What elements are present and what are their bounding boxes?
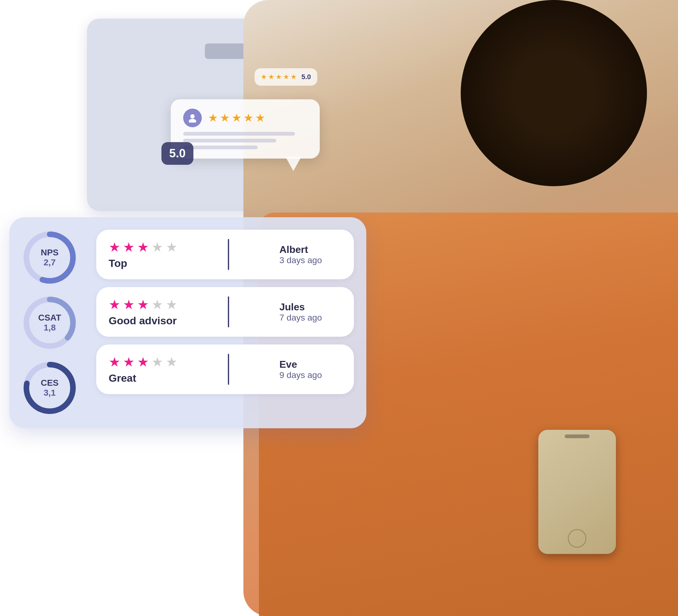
star-empty-1-0: ★ bbox=[151, 297, 163, 312]
review-author-info-review-eve: Eve 9 days ago bbox=[279, 359, 341, 380]
star-filled-2-0: ★ bbox=[109, 354, 120, 370]
review-text-review-jules: Good advisor bbox=[109, 315, 178, 327]
metric-label-nps: NPS 2,7 bbox=[41, 247, 59, 268]
star-empty-2-0: ★ bbox=[151, 354, 163, 370]
review-text-review-albert: Top bbox=[109, 257, 178, 269]
bubble-line-2 bbox=[183, 139, 276, 143]
review-time-review-jules: 7 days ago bbox=[279, 313, 341, 323]
review-time-review-eve: 9 days ago bbox=[279, 370, 341, 380]
bubble-avatar bbox=[183, 109, 202, 127]
review-stars-review-eve: ★★★★★ bbox=[109, 354, 178, 370]
review-author-review-jules: Jules bbox=[279, 301, 341, 313]
review-author-info-review-jules: Jules 7 days ago bbox=[279, 301, 341, 323]
metrics-column: NPS 2,7 CSAT 1,8 CES 3,1 bbox=[22, 230, 84, 416]
bubble-line-1 bbox=[183, 132, 295, 136]
dashboard-card: NPS 2,7 CSAT 1,8 CES 3,1 ★★★★★ Top Alber… bbox=[9, 217, 366, 428]
review-card-review-jules: ★★★★★ Good advisor Jules 7 days ago bbox=[96, 287, 354, 337]
review-divider-review-eve bbox=[228, 354, 229, 385]
small-star-3: ★ bbox=[276, 73, 282, 81]
bubble-star-3: ★ bbox=[232, 111, 241, 124]
small-bubble-stars: ★ ★ ★ ★ ★ bbox=[261, 73, 297, 81]
svg-point-1 bbox=[189, 119, 196, 123]
star-filled-0-2: ★ bbox=[137, 239, 149, 255]
review-time-review-albert: 3 days ago bbox=[279, 256, 341, 265]
metric-name-ces: CES bbox=[41, 378, 59, 388]
star-filled-2-2: ★ bbox=[137, 354, 149, 370]
review-divider-review-jules bbox=[228, 296, 229, 328]
small-star-2: ★ bbox=[268, 73, 274, 81]
review-card-review-eve: ★★★★★ Great Eve 9 days ago bbox=[96, 344, 354, 394]
metric-label-ces: CES 3,1 bbox=[41, 378, 59, 398]
star-filled-2-1: ★ bbox=[123, 354, 135, 370]
review-left-review-jules: ★★★★★ Good advisor bbox=[109, 297, 178, 327]
review-divider-review-albert bbox=[228, 239, 229, 270]
metric-circle-nps: NPS 2,7 bbox=[22, 230, 78, 285]
metric-circle-ces: CES 3,1 bbox=[22, 360, 78, 416]
metric-label-csat: CSAT 1,8 bbox=[38, 313, 61, 333]
bubble-top: ★ ★ ★ ★ ★ bbox=[183, 109, 307, 127]
bubble-star-1: ★ bbox=[208, 111, 218, 124]
bubble-star-5: ★ bbox=[255, 111, 265, 124]
star-empty-1-1: ★ bbox=[166, 297, 178, 312]
review-left-review-albert: ★★★★★ Top bbox=[109, 239, 178, 269]
floating-review-bubble: ★ ★ ★ ★ ★ 5.0 bbox=[171, 99, 320, 159]
phone-shape bbox=[538, 430, 616, 554]
bubble-star-4: ★ bbox=[243, 111, 253, 124]
review-text-review-eve: Great bbox=[109, 372, 178, 384]
metric-value-csat: 1,8 bbox=[38, 323, 61, 333]
review-author-review-albert: Albert bbox=[279, 244, 341, 256]
metric-name-nps: NPS bbox=[41, 247, 59, 258]
reviews-column: ★★★★★ Top Albert 3 days ago ★★★★★ Good a… bbox=[96, 230, 354, 416]
star-empty-0-1: ★ bbox=[166, 239, 178, 255]
bubble-star-2: ★ bbox=[220, 111, 230, 124]
svg-point-0 bbox=[190, 114, 195, 119]
small-star-4: ★ bbox=[283, 73, 289, 81]
small-star-5: ★ bbox=[291, 73, 297, 81]
review-author-review-eve: Eve bbox=[279, 359, 341, 370]
bubble-stars: ★ ★ ★ ★ ★ bbox=[208, 111, 265, 124]
bubble-line-3 bbox=[183, 146, 258, 149]
review-left-review-eve: ★★★★★ Great bbox=[109, 354, 178, 384]
star-empty-2-1: ★ bbox=[166, 354, 178, 370]
star-empty-0-0: ★ bbox=[151, 239, 163, 255]
review-stars-review-jules: ★★★★★ bbox=[109, 297, 178, 312]
bubble-lines bbox=[183, 132, 307, 149]
small-review-bubble: ★ ★ ★ ★ ★ 5.0 bbox=[255, 68, 317, 86]
review-stars-review-albert: ★★★★★ bbox=[109, 239, 178, 255]
hair-shape bbox=[461, 0, 647, 186]
metric-circle-csat: CSAT 1,8 bbox=[22, 295, 78, 351]
star-filled-1-0: ★ bbox=[109, 297, 120, 312]
metric-value-ces: 3,1 bbox=[41, 388, 59, 398]
star-filled-1-1: ★ bbox=[123, 297, 135, 312]
small-bubble-score: 5.0 bbox=[301, 73, 311, 81]
small-star-1: ★ bbox=[261, 73, 267, 81]
metric-value-nps: 2,7 bbox=[41, 258, 59, 268]
bubble-score: 5.0 bbox=[161, 142, 193, 165]
review-card-review-albert: ★★★★★ Top Albert 3 days ago bbox=[96, 230, 354, 279]
star-filled-0-1: ★ bbox=[123, 239, 135, 255]
star-filled-1-2: ★ bbox=[137, 297, 149, 312]
star-filled-0-0: ★ bbox=[109, 239, 120, 255]
review-author-info-review-albert: Albert 3 days ago bbox=[279, 244, 341, 265]
metric-name-csat: CSAT bbox=[38, 313, 61, 323]
